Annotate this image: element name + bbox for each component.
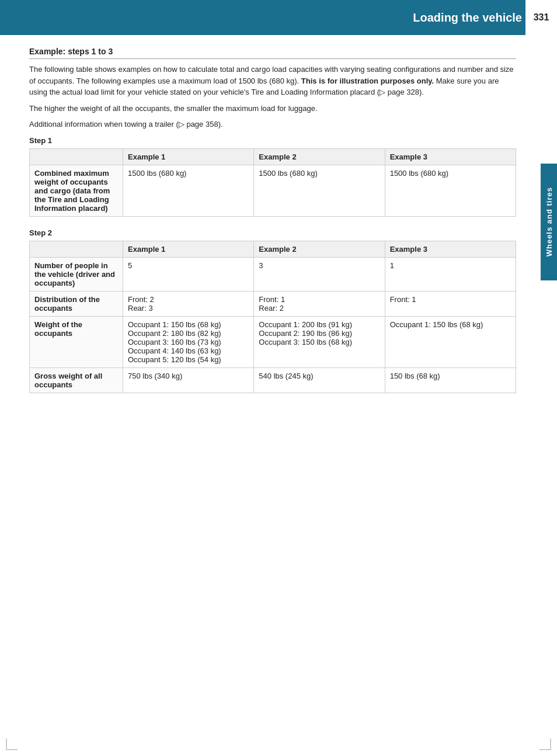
corner-mark-bl [6,738,18,750]
page-number: 331 [534,12,549,23]
step1-ex3-val: 1500 lbs (680 kg) [385,165,516,216]
step1-col-empty [30,148,123,165]
step2-label: Step 2 [29,228,516,237]
line2: The higher the weight of all the occupan… [29,103,516,115]
step2-col-ex1: Example 1 [123,241,254,257]
side-tab-label: Wheels and tires [545,187,553,256]
row-header-gross: Gross weight of all occupants [30,367,123,393]
gross-ex2: 540 lbs (245 kg) [254,367,385,393]
step1-row-header: Combined maximum weight of occupants and… [30,165,123,216]
step1-col-ex3: Example 3 [385,148,516,165]
step1-col-ex2: Example 2 [254,148,385,165]
weight-ex3: Occupant 1: 150 lbs (68 kg) [385,316,516,367]
table-row: Weight of the occupants Occupant 1: 150 … [30,316,516,367]
people-ex3: 1 [385,257,516,291]
step1-col-ex1: Example 1 [123,148,254,165]
dist-ex2: Front: 1Rear: 2 [254,291,385,316]
dist-ex1: Front: 2Rear: 3 [123,291,254,316]
row-header-weight: Weight of the occupants [30,316,123,367]
step1-table: Example 1 Example 2 Example 3 Combined m… [29,148,516,217]
weight-ex2: Occupant 1: 200 lbs (91 kg) Occupant 2: … [254,316,385,367]
step2-table: Example 1 Example 2 Example 3 Number of … [29,241,516,393]
section-title: Example: steps 1 to 3 [29,47,516,59]
line3: Additional information when towing a tra… [29,119,516,130]
row-header-distribution: Distribution of the occupants [30,291,123,316]
weight-ex1: Occupant 1: 150 lbs (68 kg) Occupant 2: … [123,316,254,367]
table-row: Gross weight of all occupants 750 lbs (3… [30,367,516,393]
step2-col-ex2: Example 2 [254,241,385,257]
step2-col-empty [30,241,123,257]
table-row: Combined maximum weight of occupants and… [30,165,516,216]
gross-ex1: 750 lbs (340 kg) [123,367,254,393]
dist-ex3: Front: 1 [385,291,516,316]
table-row: Distribution of the occupants Front: 2Re… [30,291,516,316]
page-number-box: 331 [524,0,557,35]
side-tab: Wheels and tires [541,164,557,280]
step1-ex1-val: 1500 lbs (680 kg) [123,165,254,216]
step1-ex2-val: 1500 lbs (680 kg) [254,165,385,216]
row-header-people: Number of people in the vehicle (driver … [30,257,123,291]
header-bar: Loading the vehicle 331 [0,0,557,35]
people-ex2: 3 [254,257,385,291]
step2-col-ex3: Example 3 [385,241,516,257]
gross-ex3: 150 lbs (68 kg) [385,367,516,393]
intro-paragraph: The following table shows examples on ho… [29,64,516,98]
people-ex1: 5 [123,257,254,291]
step1-label: Step 1 [29,136,516,145]
corner-mark-br [539,738,551,750]
header-title: Loading the vehicle [413,11,522,25]
table-row: Number of people in the vehicle (driver … [30,257,516,291]
bold-text: This is for illustration purposes only. [301,77,434,85]
main-content: Example: steps 1 to 3 The following tabl… [29,41,516,405]
